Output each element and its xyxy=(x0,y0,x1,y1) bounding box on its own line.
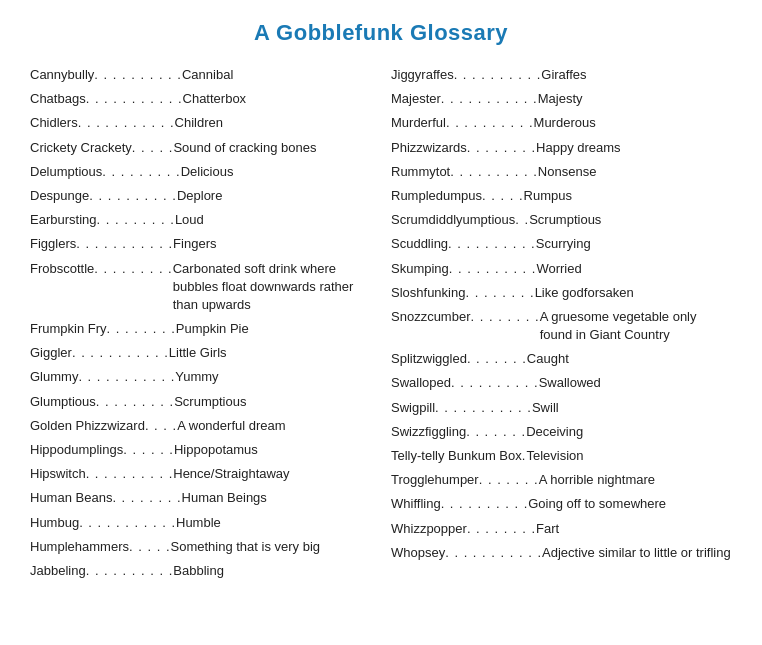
list-item: Human Beans . . . . . . . . Human Beings xyxy=(30,489,371,507)
term: Whiffling xyxy=(391,495,441,513)
definition: Carbonated soft drink where bubbles floa… xyxy=(173,260,371,315)
term: Giggler xyxy=(30,344,72,362)
dots: . . . . . . . xyxy=(467,350,527,368)
definition: Scrumptious xyxy=(529,211,732,229)
term: Scuddling xyxy=(391,235,448,253)
dots: . . . . . . . . . . xyxy=(89,187,177,205)
list-item: Frumpkin Fry . . . . . . . . Pumpkin Pie xyxy=(30,320,371,338)
definition: Hence/Straightaway xyxy=(173,465,371,483)
definition: Humble xyxy=(176,514,371,532)
dots: . . . . . . . . . xyxy=(96,211,174,229)
dots: . . . . . . . . xyxy=(112,489,181,507)
list-item: Jabbeling . . . . . . . . . . Babbling xyxy=(30,562,371,580)
dots: . . . . . . . . xyxy=(467,520,536,538)
list-item: Swizzfiggling . . . . . . . Deceiving xyxy=(391,423,732,441)
list-item: Delumptious . . . . . . . . . Delicious xyxy=(30,163,371,181)
definition: Scrumptious xyxy=(174,393,371,411)
term: Rumpledumpus xyxy=(391,187,482,205)
list-item: Telly-telly Bunkum Box . Television xyxy=(391,447,732,465)
list-item: Jiggyraffes . . . . . . . . . . Giraffes xyxy=(391,66,732,84)
list-item: Humplehammers . . . . . Something that i… xyxy=(30,538,371,556)
definition: Fingers xyxy=(173,235,371,253)
dots: . . . . . . . . . xyxy=(94,260,172,278)
term: Chatbags xyxy=(30,90,86,108)
term: Snozzcumber xyxy=(391,308,470,326)
definition: Loud xyxy=(175,211,371,229)
dots: . . . . . . . . . . xyxy=(94,66,182,84)
list-item: Rumpledumpus . . . . . Rumpus xyxy=(391,187,732,205)
definition: Majesty xyxy=(538,90,732,108)
term: Swalloped xyxy=(391,374,451,392)
list-item: Whiffling . . . . . . . . . . Going off … xyxy=(391,495,732,513)
list-item: Figglers . . . . . . . . . . . Fingers xyxy=(30,235,371,253)
list-item: Glummy . . . . . . . . . . . Yummy xyxy=(30,368,371,386)
dots: . . . . . . . . . . xyxy=(449,260,537,278)
left-column: Cannybully . . . . . . . . . . CannibalC… xyxy=(30,66,371,586)
term: Glummy xyxy=(30,368,78,386)
term: Crickety Crackety xyxy=(30,139,132,157)
dots: . . . . . . . . . . . xyxy=(445,544,542,562)
right-column: Jiggyraffes . . . . . . . . . . Giraffes… xyxy=(391,66,732,586)
term: Swizzfiggling xyxy=(391,423,466,441)
dots: . . . . . . . . . . . xyxy=(72,344,169,362)
term: Hipswitch xyxy=(30,465,86,483)
list-item: Hippodumplings . . . . . . Hippopotamus xyxy=(30,441,371,459)
definition: Television xyxy=(526,447,732,465)
dots: . . . . . . . . xyxy=(470,308,539,326)
definition: Worried xyxy=(536,260,732,278)
dots: . . . . xyxy=(145,417,177,435)
term: Rummytot xyxy=(391,163,450,181)
definition: Something that is very big xyxy=(171,538,372,556)
list-item: Golden Phizzwizard . . . . A wonderful d… xyxy=(30,417,371,435)
term: Human Beans xyxy=(30,489,112,507)
list-item: Hipswitch . . . . . . . . . . Hence/Stra… xyxy=(30,465,371,483)
definition: A horrible nightmare xyxy=(539,471,732,489)
term: Phizzwizards xyxy=(391,139,467,157)
definition: Scurrying xyxy=(536,235,732,253)
dots: . . . . . xyxy=(482,187,524,205)
list-item: Skumping . . . . . . . . . . Worried xyxy=(391,260,732,278)
dots: . . . . . . . . . . . xyxy=(441,90,538,108)
term: Splitzwiggled xyxy=(391,350,467,368)
definition: Babbling xyxy=(173,562,371,580)
definition: Little Girls xyxy=(169,344,371,362)
dots: . . xyxy=(515,211,529,229)
dots: . . . . . . . . . xyxy=(96,393,174,411)
term: Frumpkin Fry xyxy=(30,320,107,338)
list-item: Earbursting . . . . . . . . . Loud xyxy=(30,211,371,229)
definition: Going off to somewhere xyxy=(528,495,732,513)
definition: Murderous xyxy=(534,114,732,132)
list-item: Chidlers . . . . . . . . . . . Children xyxy=(30,114,371,132)
term: Chidlers xyxy=(30,114,78,132)
page-title: A Gobblefunk Glossary xyxy=(30,20,732,46)
dots: . . . . . . . . . . xyxy=(454,66,542,84)
definition: Deplore xyxy=(177,187,371,205)
list-item: Swalloped . . . . . . . . . . Swallowed xyxy=(391,374,732,392)
dots: . . . . . . . . . . xyxy=(441,495,529,513)
list-item: Majester . . . . . . . . . . . Majesty xyxy=(391,90,732,108)
dots: . . . . . . . . . . . xyxy=(86,90,183,108)
list-item: Glumptious . . . . . . . . . Scrumptious xyxy=(30,393,371,411)
dots: . . . . . . . . . . xyxy=(86,562,174,580)
term: Humbug xyxy=(30,514,79,532)
list-item: Whizzpopper . . . . . . . . Fart xyxy=(391,520,732,538)
term: Delumptious xyxy=(30,163,102,181)
dots: . . . . . . . . . . xyxy=(446,114,534,132)
dots: . . . . . . . xyxy=(466,423,526,441)
definition: A wonderful dream xyxy=(177,417,371,435)
definition: Giraffes xyxy=(541,66,732,84)
dots: . . . . . . . . . . . xyxy=(79,514,176,532)
dots: . . . . . . . . xyxy=(465,284,534,302)
term: Scrumdiddlyumptious xyxy=(391,211,515,229)
list-item: Giggler . . . . . . . . . . . Little Gir… xyxy=(30,344,371,362)
term: Jiggyraffes xyxy=(391,66,454,84)
list-item: Scrumdiddlyumptious . . Scrumptious xyxy=(391,211,732,229)
list-item: Trogglehumper . . . . . . . A horrible n… xyxy=(391,471,732,489)
definition: Happy dreams xyxy=(536,139,732,157)
term: Golden Phizzwizard xyxy=(30,417,145,435)
definition: Chatterbox xyxy=(183,90,371,108)
definition: Delicious xyxy=(181,163,371,181)
list-item: Swigpill . . . . . . . . . . . Swill xyxy=(391,399,732,417)
definition: Yummy xyxy=(175,368,371,386)
definition: Nonsense xyxy=(538,163,732,181)
